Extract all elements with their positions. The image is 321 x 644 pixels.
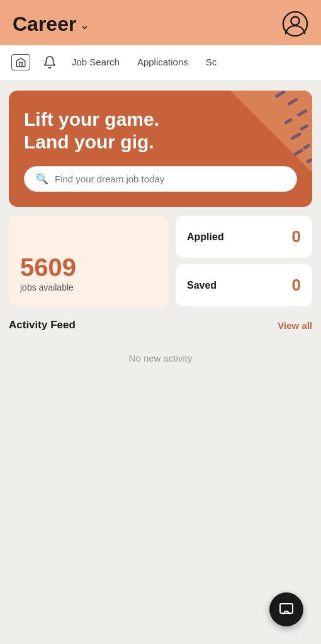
tab-saved[interactable]: Sc bbox=[197, 45, 226, 80]
jobs-label: jobs available bbox=[20, 282, 157, 292]
tab-home[interactable] bbox=[5, 45, 37, 80]
application-stats-col: Applied 0 Saved 0 bbox=[176, 216, 312, 306]
activity-feed-title: Activity Feed bbox=[9, 319, 76, 331]
hero-headline: Lift your game. Land your gig. bbox=[24, 108, 297, 153]
jobs-available-card: 5609 jobs available bbox=[9, 216, 168, 306]
app-title: Career bbox=[13, 13, 76, 36]
tab-notifications[interactable] bbox=[37, 45, 63, 80]
search-input[interactable] bbox=[55, 174, 285, 184]
chat-icon bbox=[279, 602, 294, 617]
applied-value: 0 bbox=[292, 227, 301, 247]
app-header: Career ⌄ bbox=[0, 0, 321, 45]
applied-card: Applied 0 bbox=[176, 216, 312, 258]
home-icon bbox=[11, 54, 30, 70]
hero-banner: Lift your game. Land your gig. 🔍 bbox=[9, 91, 312, 207]
tab-job-search[interactable]: Job Search bbox=[63, 45, 128, 80]
saved-label: Saved bbox=[187, 280, 217, 291]
saved-value: 0 bbox=[292, 275, 301, 295]
nav-tabs: Job Search Applications Sc bbox=[0, 45, 321, 80]
activity-feed-section: Activity Feed View all No new activity bbox=[9, 319, 312, 379]
jobs-count: 5609 bbox=[20, 255, 157, 280]
svg-point-0 bbox=[283, 12, 307, 36]
chevron-down-icon[interactable]: ⌄ bbox=[80, 18, 89, 32]
title-group[interactable]: Career ⌄ bbox=[13, 13, 89, 36]
bell-icon bbox=[43, 55, 57, 69]
search-icon: 🔍 bbox=[36, 173, 48, 185]
activity-empty-message: No new activity bbox=[9, 338, 312, 379]
stats-row: 5609 jobs available Applied 0 Saved 0 bbox=[9, 216, 312, 306]
hero-search-bar[interactable]: 🔍 bbox=[24, 166, 297, 192]
applied-label: Applied bbox=[187, 231, 224, 243]
profile-icon[interactable] bbox=[282, 11, 308, 37]
svg-point-1 bbox=[291, 17, 299, 25]
chat-fab-button[interactable] bbox=[269, 592, 303, 626]
tab-applications[interactable]: Applications bbox=[128, 45, 197, 80]
view-all-button[interactable]: View all bbox=[278, 320, 312, 331]
activity-header: Activity Feed View all bbox=[9, 319, 312, 331]
saved-card: Saved 0 bbox=[176, 264, 312, 306]
